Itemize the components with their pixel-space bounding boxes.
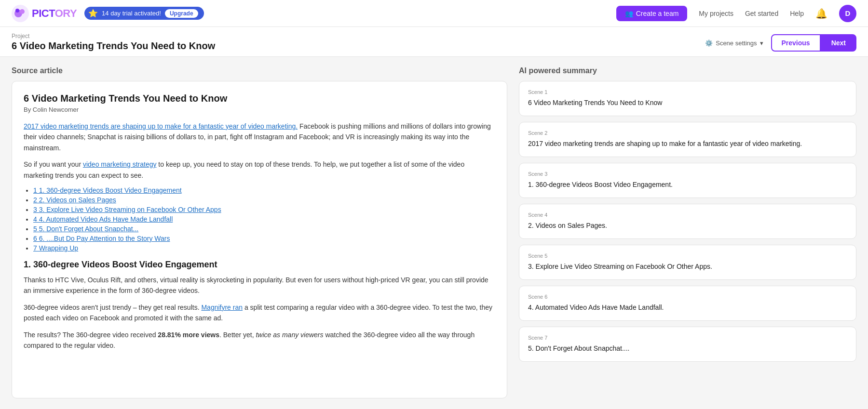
header-left: PICTORY ⭐ 14 day trial activated! Upgrad… [12, 5, 204, 22]
scene-text-4: 2. Videos on Sales Pages. [528, 221, 847, 231]
svg-point-2 [20, 9, 25, 14]
sub-header: Project 6 Video Marketing Trends You Nee… [0, 27, 868, 57]
scene-label-3: Scene 3 [528, 171, 847, 177]
upgrade-button[interactable]: Upgrade [165, 9, 198, 18]
scene-card-6[interactable]: Scene 6 4. Automated Video Ads Have Made… [519, 286, 856, 321]
list-item: 6 6. ....But Do Pay Attention to the Sto… [33, 235, 495, 242]
nav-buttons: Previous Next [771, 34, 857, 52]
create-team-label: Create a team [636, 10, 679, 17]
star-icon: ⭐ [88, 9, 98, 18]
scene-label-1: Scene 1 [528, 89, 847, 95]
toc-link-7[interactable]: 7 Wrapping Up [33, 244, 78, 252]
project-info: Project 6 Video Marketing Trends You Nee… [12, 33, 215, 52]
gear-icon: ⚙️ [705, 40, 713, 47]
para3-mid: . Better yet, [219, 331, 256, 339]
project-label: Project [12, 33, 215, 40]
header: PICTORY ⭐ 14 day trial activated! Upgrad… [0, 0, 868, 27]
next-button[interactable]: Next [821, 34, 856, 52]
get-started-link[interactable]: Get started [745, 10, 778, 17]
toc-link-2[interactable]: 2 2. Videos on Sales Pages [33, 196, 116, 204]
scene-label-7: Scene 7 [528, 335, 847, 341]
previous-button[interactable]: Previous [771, 34, 821, 52]
section1-para1: Thanks to HTC Vive, Oculus Rift, and oth… [24, 275, 495, 296]
toc-link-3[interactable]: 3 3. Explore Live Video Streaming on Fac… [33, 206, 221, 213]
trial-badge: ⭐ 14 day trial activated! Upgrade [84, 7, 204, 20]
section1-title: 1. 360-degree Videos Boost Video Engagem… [24, 260, 495, 270]
ai-summary-title: AI powered summary [519, 66, 856, 75]
scenes-list: Scene 1 6 Video Marketing Trends You Nee… [519, 81, 856, 398]
scene-label-5: Scene 5 [528, 253, 847, 259]
people-icon: 👥 [625, 10, 633, 17]
my-projects-link[interactable]: My projects [699, 10, 733, 17]
scene-card-3[interactable]: Scene 3 1. 360-degree Videos Boost Video… [519, 163, 856, 198]
scene-text-6: 4. Automated Video Ads Have Made Landfal… [528, 303, 847, 313]
italic-viewers: twice as many viewers [256, 331, 323, 339]
logo-icon [12, 5, 29, 22]
header-right: 👥 Create a team My projects Get started … [616, 5, 856, 22]
scene-label-2: Scene 2 [528, 130, 847, 136]
toc-link-4[interactable]: 4 4. Automated Video Ads Have Made Landf… [33, 215, 173, 223]
scene-text-3: 1. 360-degree Videos Boost Video Engagem… [528, 180, 847, 190]
scene-settings-label: Scene settings [716, 40, 757, 47]
list-item: 5 5. Don't Forget About Snapchat... [33, 225, 495, 233]
project-title: 6 Video Marketing Trends You Need to Kno… [12, 40, 215, 52]
article-author: By Colin Newcomer [24, 106, 495, 113]
sub-header-right: ⚙️ Scene settings ▾ Previous Next [705, 34, 856, 52]
article-main-title: 6 Video Marketing Trends You Need to Kno… [24, 93, 495, 104]
scene-card-7[interactable]: Scene 7 5. Don't Forget About Snapchat..… [519, 327, 856, 362]
logo-text: PICTORY [32, 7, 77, 20]
list-item: 2 2. Videos on Sales Pages [33, 196, 495, 204]
scene-label-4: Scene 4 [528, 212, 847, 218]
nav-links: My projects Get started Help [699, 10, 804, 17]
scene-text-1: 6 Video Marketing Trends You Need to Kno… [528, 98, 847, 108]
right-panel: AI powered summary Scene 1 6 Video Marke… [519, 66, 856, 398]
scene-card-4[interactable]: Scene 4 2. Videos on Sales Pages. [519, 204, 856, 239]
toc-link-1[interactable]: 1 1. 360-degree Videos Boost Video Engag… [33, 186, 182, 194]
article-para2: So if you want your video marketing stra… [24, 159, 495, 181]
scene-card-5[interactable]: Scene 5 3. Explore Live Video Streaming … [519, 245, 856, 280]
scene-text-5: 3. Explore Live Video Streaming on Faceb… [528, 262, 847, 272]
section1-para3: The results? The 360-degree video receiv… [24, 330, 495, 351]
list-item: 7 Wrapping Up [33, 244, 495, 252]
scene-settings-button[interactable]: ⚙️ Scene settings ▾ [705, 40, 763, 47]
svg-point-3 [15, 9, 19, 13]
scene-text-2: 2017 video marketing trends are shaping … [528, 139, 847, 149]
main-content: Source article 6 Video Marketing Trends … [0, 57, 868, 408]
bold-views: 28.81% more views [158, 331, 219, 339]
article-intro: 2017 video marketing trends are shaping … [24, 121, 495, 153]
highlight-text: 2017 video marketing trends are shaping … [24, 122, 298, 130]
list-item: 3 3. Explore Live Video Streaming on Fac… [33, 206, 495, 213]
toc-list: 1 1. 360-degree Videos Boost Video Engag… [33, 186, 495, 252]
trial-label: 14 day trial activated! [102, 10, 161, 17]
logo: PICTORY [12, 5, 77, 22]
article-card[interactable]: 6 Video Marketing Trends You Need to Kno… [12, 81, 507, 398]
source-article-title: Source article [12, 66, 507, 75]
help-link[interactable]: Help [790, 10, 804, 17]
create-team-button[interactable]: 👥 Create a team [616, 6, 688, 21]
notification-icon[interactable]: 🔔 [815, 8, 827, 19]
para3-start: The results? The 360-degree video receiv… [24, 331, 158, 339]
section1-para2: 360-degree videos aren't just trendy – t… [24, 302, 495, 324]
strategy-link[interactable]: video marketing strategy [83, 160, 157, 168]
list-item: 1 1. 360-degree Videos Boost Video Engag… [33, 186, 495, 194]
toc-link-5[interactable]: 5 5. Don't Forget About Snapchat... [33, 225, 138, 233]
scene-text-7: 5. Don't Forget About Snapchat.... [528, 343, 847, 354]
sub-header-inner: Project 6 Video Marketing Trends You Nee… [12, 33, 856, 52]
chevron-down-icon: ▾ [760, 40, 763, 47]
scene-label-6: Scene 6 [528, 294, 847, 300]
left-panel: Source article 6 Video Marketing Trends … [12, 66, 507, 398]
scene-card-1[interactable]: Scene 1 6 Video Marketing Trends You Nee… [519, 81, 856, 116]
scene-card-2[interactable]: Scene 2 2017 video marketing trends are … [519, 122, 856, 157]
list-item: 4 4. Automated Video Ads Have Made Landf… [33, 215, 495, 223]
toc-link-6[interactable]: 6 6. ....But Do Pay Attention to the Sto… [33, 235, 170, 242]
avatar[interactable]: D [839, 5, 856, 22]
magnifyre-link[interactable]: Magnifyre ran [201, 303, 243, 311]
